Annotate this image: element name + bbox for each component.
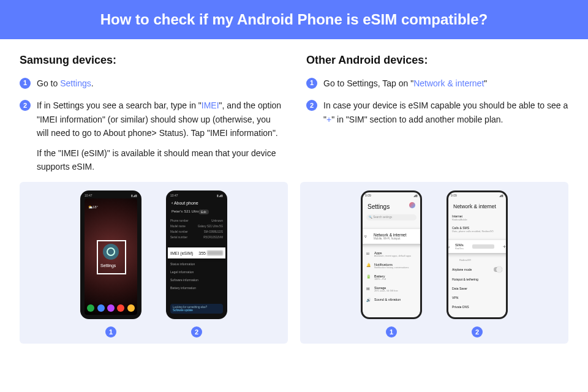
samsung-column: Samsung devices: 1 Go to Settings. 2 If …	[20, 54, 282, 182]
screenshot-col-2: 10:47▮◢▮ ‹ About phone Peter's S21 Ultra…	[166, 190, 227, 337]
edit-button: Edit	[198, 209, 209, 214]
text-fragment: Go to Settings, Tap on "	[323, 78, 413, 88]
step-text: Go to Settings, Tap on "Network & intern…	[323, 77, 568, 90]
imei-blurred	[207, 251, 223, 255]
settings-link[interactable]: Settings	[60, 78, 91, 88]
imei-esim-callout: IMEI (eSIM) 355	[166, 247, 227, 258]
other-step-1: 1 Go to Settings, Tap on "Network & inte…	[306, 77, 568, 90]
other-step-2: 2 In case your device is eSIM capable yo…	[306, 99, 568, 126]
weather-widget: ⛅18°	[88, 205, 98, 209]
screenshot-panels: 10:47▮◢▮ ⛅18° Settings 1 10:47▮◢▮ ‹ Abou…	[20, 182, 568, 344]
device-name: Peter's S21 Ultra	[172, 209, 199, 213]
step-text: If in Settings you see a search bar, typ…	[37, 99, 282, 173]
phone-mock-android-network: 9:09◢▮ Network & internet InternetRedtea…	[447, 190, 508, 319]
home-dock	[86, 303, 136, 314]
page-title: How to check if my Android Phone is eSIM…	[0, 0, 588, 39]
search-settings-field: 🔍 Search settings	[366, 214, 417, 221]
step-number-badge: 1	[20, 78, 31, 89]
about-footer: Looking for something else? Software upd…	[170, 304, 223, 314]
text-fragment: .	[91, 78, 94, 88]
step-number-badge: 1	[306, 78, 317, 89]
other-column: Other Android devices: 1 Go to Settings,…	[306, 54, 568, 182]
settings-title: Settings	[368, 203, 390, 210]
phone-mock-android-settings: 9:09◢▮ Settings 🔍 Search settings ᯤ Netw…	[361, 190, 422, 319]
text-fragment: "	[484, 78, 487, 88]
settings-app-label: Settings	[100, 263, 116, 268]
sim-icon: ▭	[447, 244, 450, 249]
samsung-step-1: 1 Go to Settings.	[20, 77, 282, 90]
about-phone-header: ‹ About phone	[172, 201, 198, 205]
network-internet-title: Network & internet	[453, 203, 496, 209]
samsung-heading: Samsung devices:	[20, 54, 282, 67]
screenshot-badge: 2	[191, 326, 202, 337]
screenshot-col-1: 9:09◢▮ Settings 🔍 Search settings ᯤ Netw…	[361, 190, 422, 337]
plus-link[interactable]: +	[326, 115, 331, 124]
step-number-badge: 2	[20, 100, 31, 111]
sim-blurred	[472, 244, 494, 249]
screenshot-badge: 1	[386, 326, 397, 337]
imei-label: IMEI (eSIM)	[170, 251, 193, 255]
toggle-icon	[494, 267, 502, 272]
about-rows: Phone numberUnknown Model nameGalaxy S21…	[170, 219, 223, 239]
google-avatar-icon	[409, 202, 415, 208]
settings-rows: ⊞AppsAssistant, recent apps, default app…	[366, 251, 417, 302]
step-number-badge: 2	[306, 100, 317, 111]
screenshot-badge: 2	[472, 326, 483, 337]
screenshot-col-1: 10:47▮◢▮ ⛅18° Settings 1	[80, 190, 141, 337]
imei-link[interactable]: IMEI	[202, 100, 219, 110]
phone-mock-samsung-about: 10:47▮◢▮ ‹ About phone Peter's S21 Ultra…	[166, 190, 227, 319]
instruction-columns: Samsung devices: 1 Go to Settings. 2 If …	[0, 39, 588, 182]
other-screenshot-panel: 9:09◢▮ Settings 🔍 Search settings ᯤ Netw…	[300, 182, 568, 344]
other-heading: Other Android devices:	[306, 54, 568, 67]
network-internet-callout: ᯤ Network & internet Mobile, Wi-Fi, hots…	[361, 229, 422, 244]
text-fragment: Go to	[37, 78, 60, 88]
wifi-icon: ᯤ	[364, 234, 369, 239]
net-lower-rows: RedteaGO Airplane mode Hotspot & tetheri…	[452, 258, 502, 309]
screenshot-col-2: 9:09◢▮ Network & internet InternetRedtea…	[447, 190, 508, 337]
about-lower-rows: Status information Legal information Sof…	[170, 262, 223, 290]
network-internet-link[interactable]: Network & internet	[413, 78, 484, 88]
step-text: Go to Settings.	[37, 77, 282, 90]
samsung-screenshot-panel: 10:47▮◢▮ ⛅18° Settings 1 10:47▮◢▮ ‹ Abou…	[20, 182, 288, 344]
samsung-step-2: 2 If in Settings you see a search bar, t…	[20, 99, 282, 173]
step-text: In case your device is eSIM capable you …	[323, 99, 568, 126]
screenshot-badge: 1	[105, 326, 116, 337]
step-extra-text: If the "IMEI (eSIM)" is available it sho…	[37, 146, 282, 174]
text-fragment: If in Settings you see a search bar, typ…	[37, 100, 202, 110]
plus-icon: +	[503, 244, 506, 250]
sims-callout: ▭ SIMs RedTea +	[447, 240, 508, 253]
phone-mock-samsung-home: 10:47▮◢▮ ⛅18° Settings	[80, 190, 141, 319]
text-fragment: " in "SIM" section to add another mobile…	[331, 115, 503, 124]
net-top-rows: InternetRedteaMobile Calls & SMSData, ph…	[452, 214, 502, 233]
